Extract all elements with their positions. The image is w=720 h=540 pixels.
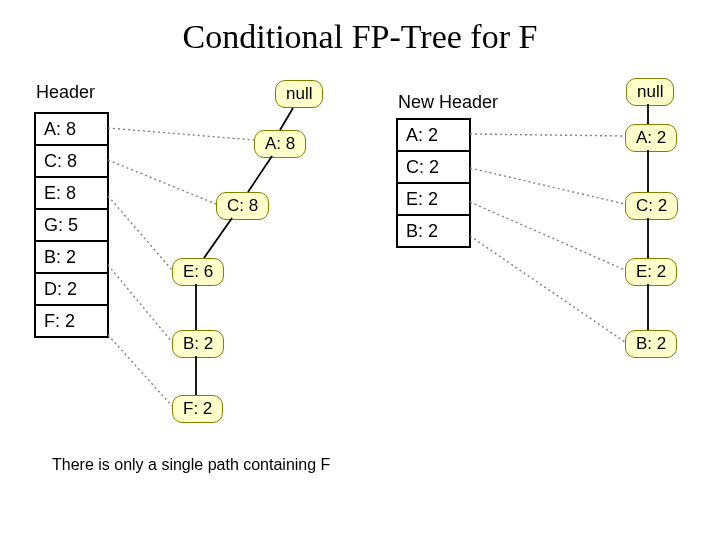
left-row-c: C: 8 (35, 145, 108, 177)
left-node-a8: A: 8 (254, 130, 306, 158)
right-link-b (470, 236, 625, 342)
left-link-e (108, 196, 172, 270)
left-row-d: D: 2 (35, 273, 108, 305)
left-link-b (108, 265, 172, 342)
left-link-f (108, 335, 172, 406)
right-header-label: New Header (398, 92, 498, 113)
right-node-b2: B: 2 (625, 330, 677, 358)
left-node-c8: C: 8 (216, 192, 269, 220)
right-link-e (470, 202, 625, 270)
left-row-f: F: 2 (35, 305, 108, 337)
left-row-b: B: 2 (35, 241, 108, 273)
left-link-a (108, 128, 254, 140)
right-node-null: null (626, 78, 674, 106)
left-edge-a-c (248, 156, 272, 192)
left-edge-c-e (204, 218, 232, 258)
left-link-c (108, 160, 216, 204)
left-node-f2: F: 2 (172, 395, 223, 423)
left-node-null: null (275, 80, 323, 108)
right-row-c: C: 2 (397, 151, 470, 183)
left-row-e: E: 8 (35, 177, 108, 209)
right-header-table: A: 2 C: 2 E: 2 B: 2 (396, 118, 471, 248)
right-link-a (470, 134, 625, 136)
left-node-b2: B: 2 (172, 330, 224, 358)
left-header-table: A: 8 C: 8 E: 8 G: 5 B: 2 D: 2 F: 2 (34, 112, 109, 338)
right-row-b: B: 2 (397, 215, 470, 247)
right-link-c (470, 168, 625, 204)
caption: There is only a single path containing F (52, 456, 330, 474)
page-title: Conditional FP-Tree for F (0, 18, 720, 56)
left-edge-null-a (280, 108, 293, 130)
right-node-c2: C: 2 (625, 192, 678, 220)
left-row-g: G: 5 (35, 209, 108, 241)
left-row-a: A: 8 (35, 113, 108, 145)
right-node-e2: E: 2 (625, 258, 677, 286)
left-node-e6: E: 6 (172, 258, 224, 286)
right-row-e: E: 2 (397, 183, 470, 215)
right-node-a2: A: 2 (625, 124, 677, 152)
left-header-label: Header (36, 82, 95, 103)
right-row-a: A: 2 (397, 119, 470, 151)
